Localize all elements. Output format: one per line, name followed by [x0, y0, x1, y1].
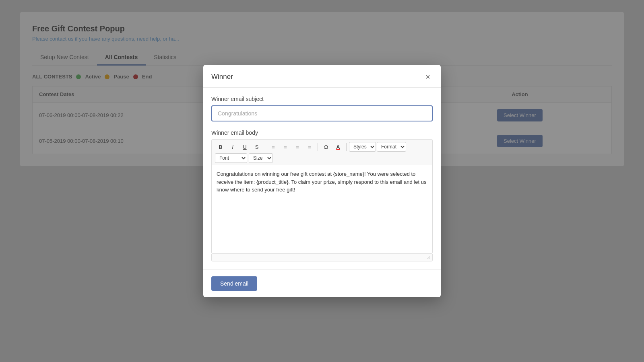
strikethrough-btn[interactable]: S	[251, 142, 262, 152]
toolbar-row-1: B I U S ≡ ≡ ≡ ≡ Ω A Styles	[215, 142, 429, 152]
modal-close-button[interactable]: ×	[423, 72, 433, 82]
italic-btn[interactable]: I	[227, 142, 238, 152]
send-email-button[interactable]: Send email	[211, 276, 257, 291]
body-label: Winner email body	[211, 130, 433, 136]
toolbar-divider-2	[318, 143, 318, 151]
format-select[interactable]: Format	[377, 142, 406, 152]
align-right-btn[interactable]: ≡	[292, 142, 303, 152]
font-select[interactable]: Font	[215, 153, 247, 163]
modal-title: Winner	[211, 73, 233, 81]
editor-toolbar: B I U S ≡ ≡ ≡ ≡ Ω A Styles	[211, 139, 433, 165]
toolbar-divider-1	[265, 143, 265, 151]
resize-icon: ⊿	[427, 255, 431, 260]
modal-footer: Send email	[203, 269, 441, 297]
underline-btn[interactable]: U	[239, 142, 250, 152]
toolbar-divider-3	[346, 143, 347, 151]
size-select[interactable]: Size	[249, 153, 273, 163]
email-body-editor[interactable]: Congratulations on winning our free gift…	[211, 165, 433, 254]
align-left-btn[interactable]: ≡	[268, 142, 279, 152]
align-justify-btn[interactable]: ≡	[304, 142, 315, 152]
align-center-btn[interactable]: ≡	[280, 142, 291, 152]
modal-overlay: Winner × Winner email subject Winner ema…	[0, 0, 644, 362]
winner-modal: Winner × Winner email subject Winner ema…	[203, 65, 441, 297]
subject-input[interactable]	[211, 105, 433, 121]
bold-btn[interactable]: B	[215, 142, 226, 152]
modal-body: Winner email subject Winner email body B…	[203, 88, 441, 269]
modal-header: Winner ×	[203, 65, 441, 88]
subject-label: Winner email subject	[211, 96, 433, 102]
font-color-btn[interactable]: A	[332, 142, 344, 152]
resize-handle: ⊿	[211, 254, 433, 261]
toolbar-row-2: Font Size	[215, 153, 429, 163]
omega-btn[interactable]: Ω	[320, 142, 332, 152]
styles-select[interactable]: Styles	[349, 142, 376, 152]
